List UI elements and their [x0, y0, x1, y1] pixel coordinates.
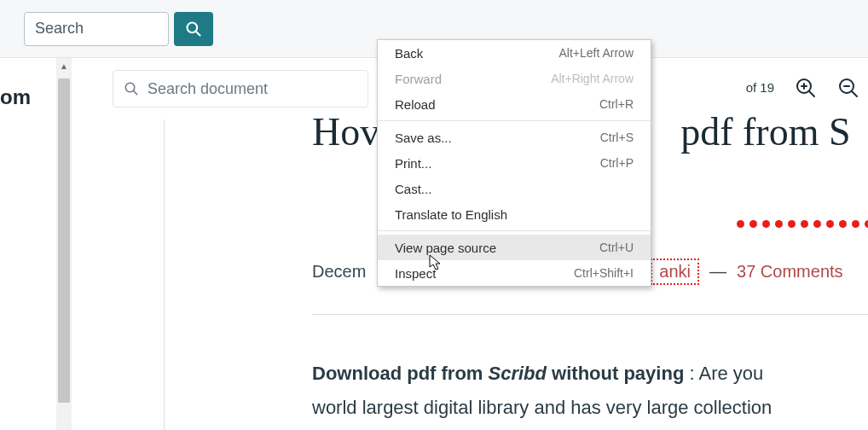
ctx-separator	[378, 120, 651, 121]
ctx-label: Save as...	[395, 131, 452, 145]
ctx-separator	[378, 230, 651, 231]
ctx-label: Forward	[395, 72, 442, 86]
body-line2: world largest digital library and has ve…	[312, 391, 868, 425]
zoom-out-icon	[838, 78, 859, 98]
body-lead2: without paying	[547, 363, 684, 384]
ctx-shortcut: Ctrl+U	[599, 241, 634, 254]
title-right-fragment: pdf from S	[680, 110, 850, 154]
ctx-view-source[interactable]: View page source Ctrl+U	[378, 235, 651, 260]
title-left-fragment: Hov	[312, 110, 379, 154]
zoom-out-button[interactable]	[836, 75, 861, 101]
article-body: Download pdf from Scribd without paying …	[312, 357, 868, 430]
global-search	[24, 12, 213, 46]
ctx-translate[interactable]: Translate to English	[378, 201, 651, 227]
body-lead: Download pdf from	[312, 363, 489, 384]
body-line3: in PDFs format or doc.	[312, 424, 868, 430]
ctx-reload[interactable]: Reload Ctrl+R	[378, 91, 651, 117]
body-brand: Scribd	[489, 363, 547, 384]
article-author-link[interactable]: anki	[651, 259, 699, 285]
scroll-thumb[interactable]	[58, 78, 70, 403]
ctx-save-as[interactable]: Save as... Ctrl+S	[378, 125, 651, 150]
decorative-dots-horizontal	[737, 220, 868, 228]
svg-line-3	[133, 90, 137, 95]
ctx-label: View page source	[395, 241, 496, 255]
search-icon	[185, 20, 202, 38]
ctx-label: Reload	[395, 97, 436, 112]
page-indicator: of 19	[746, 80, 774, 95]
ctx-shortcut: Ctrl+P	[600, 156, 634, 170]
body-rest1: : Are you	[684, 363, 763, 384]
ctx-shortcut: Ctrl+S	[600, 131, 634, 144]
meta-separator: —	[709, 262, 726, 282]
ctx-label: Back	[395, 46, 423, 61]
comments-link[interactable]: 37 Comments	[737, 262, 843, 282]
document-search-input[interactable]: Search document	[113, 70, 368, 108]
ctx-forward: Forward Alt+Right Arrow	[378, 66, 651, 91]
context-menu: Back Alt+Left Arrow Forward Alt+Right Ar…	[377, 39, 651, 287]
scroll-up-arrow[interactable]: ▲	[56, 58, 72, 73]
ctx-print[interactable]: Print... Ctrl+P	[378, 150, 651, 176]
global-search-button[interactable]	[174, 12, 213, 46]
zoom-in-icon	[796, 78, 816, 98]
horizontal-rule	[312, 314, 868, 315]
search-icon	[124, 81, 139, 96]
svg-line-9	[852, 91, 857, 96]
ctx-label: Translate to English	[395, 207, 507, 222]
svg-line-1	[196, 31, 200, 35]
ctx-cast[interactable]: Cast...	[378, 176, 651, 201]
ctx-label: Cast...	[395, 182, 431, 196]
zoom-in-button[interactable]	[793, 75, 819, 101]
ctx-shortcut: Alt+Left Arrow	[558, 46, 634, 60]
page-edge	[164, 119, 165, 430]
global-search-input[interactable]	[24, 12, 169, 46]
svg-line-5	[809, 91, 814, 96]
article-date: Decem	[312, 262, 366, 282]
ctx-shortcut: Ctrl+R	[599, 97, 634, 111]
vertical-scrollbar[interactable]: ▲	[56, 58, 72, 430]
ctx-label: Print...	[395, 156, 431, 171]
ctx-shortcut: Ctrl+Shift+I	[574, 266, 634, 280]
ctx-back[interactable]: Back Alt+Left Arrow	[378, 40, 651, 66]
document-search-placeholder: Search document	[148, 80, 268, 98]
ctx-inspect[interactable]: Inspect Ctrl+Shift+I	[378, 260, 651, 286]
site-title-fragment: om	[0, 85, 31, 109]
ctx-label: Inspect	[395, 266, 436, 281]
ctx-shortcut: Alt+Right Arrow	[551, 72, 634, 85]
